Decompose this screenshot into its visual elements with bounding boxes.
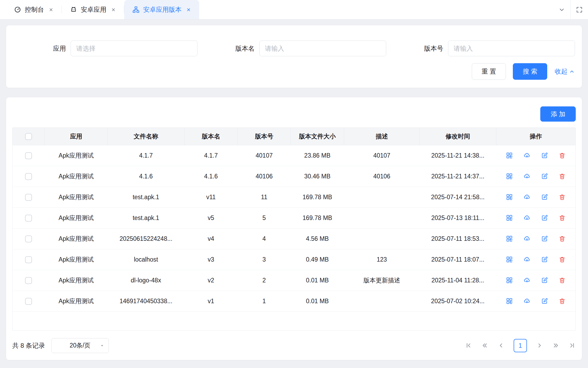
qrcode-icon[interactable] <box>506 173 513 180</box>
row-checkbox[interactable] <box>25 152 32 159</box>
table-row: Apk应用测试test.apk.1v55169.78 MB2025-07-13 … <box>13 207 575 228</box>
cell-app: Apk应用测试 <box>45 228 108 249</box>
select-all-checkbox[interactable] <box>25 133 32 140</box>
qrcode-icon[interactable] <box>506 298 513 305</box>
row-checkbox[interactable] <box>25 215 32 222</box>
cell-version-name: 4.1.7 <box>184 145 238 166</box>
row-checkbox[interactable] <box>25 256 32 263</box>
next-page-button[interactable] <box>536 342 543 349</box>
qrcode-icon[interactable] <box>506 194 513 201</box>
delete-icon[interactable] <box>559 298 566 305</box>
edit-icon[interactable] <box>541 277 548 284</box>
tab-label: 安卓应用 <box>81 5 106 14</box>
cell-modified-time: 2025-07-11 18:07... <box>420 249 496 270</box>
row-checkbox[interactable] <box>25 173 32 180</box>
pagination: 共 8 条记录 20条/页 1 <box>12 338 576 353</box>
tab-close-icon[interactable] <box>186 7 191 12</box>
select-all-cell <box>13 128 45 145</box>
delete-icon[interactable] <box>559 194 566 201</box>
cell-description <box>344 228 420 249</box>
app-select[interactable]: 请选择 <box>71 41 198 56</box>
qrcode-icon[interactable] <box>506 256 513 263</box>
edit-icon[interactable] <box>541 173 548 180</box>
column-header: 版本号 <box>238 128 291 145</box>
cloud-download-icon[interactable] <box>523 173 530 180</box>
first-page-button[interactable] <box>465 342 472 349</box>
qrcode-icon[interactable] <box>506 152 513 159</box>
column-header: 版本文件大小 <box>291 128 344 145</box>
table-header-row: 应用文件名称版本名版本号版本文件大小描述修改时间操作 <box>13 128 575 145</box>
caret-down-icon <box>99 343 105 348</box>
cell-file-size: 23.86 MB <box>291 145 344 166</box>
cloud-download-icon[interactable] <box>523 277 530 284</box>
tab-actions-chevron-down-icon[interactable] <box>553 0 570 19</box>
reset-button[interactable]: 重 置 <box>472 63 506 80</box>
tab-1[interactable]: 控制台 <box>6 0 62 19</box>
collapse-toggle[interactable]: 收起 <box>555 67 575 76</box>
cell-file-name: 4.1.7 <box>108 145 184 166</box>
last-page-button[interactable] <box>569 342 576 349</box>
edit-icon[interactable] <box>541 214 548 221</box>
delete-icon[interactable] <box>559 152 566 159</box>
delete-icon[interactable] <box>559 214 566 221</box>
edit-icon[interactable] <box>541 298 548 305</box>
next-group-button[interactable] <box>552 342 559 349</box>
cloud-download-icon[interactable] <box>523 214 530 221</box>
tab-close-icon[interactable] <box>49 7 54 12</box>
cell-app: Apk应用测试 <box>45 207 108 228</box>
cell-actions <box>496 228 575 249</box>
tabbar-tools <box>553 0 588 19</box>
prev-group-button[interactable] <box>481 342 488 349</box>
row-select-cell <box>13 249 45 270</box>
cloud-download-icon[interactable] <box>523 152 530 159</box>
cell-version-code: 11 <box>238 187 291 207</box>
pagination-left: 共 8 条记录 20条/页 <box>12 338 109 353</box>
cell-app: Apk应用测试 <box>45 249 108 270</box>
cell-app: Apk应用测试 <box>45 270 108 291</box>
column-header: 描述 <box>344 128 420 145</box>
search-button[interactable]: 搜 索 <box>513 63 547 80</box>
tab-close-icon[interactable] <box>111 7 116 12</box>
page-size-select[interactable]: 20条/页 <box>51 338 109 353</box>
column-header: 版本名 <box>184 128 238 145</box>
page-size-label: 20条/页 <box>70 341 90 350</box>
edit-icon[interactable] <box>541 194 548 201</box>
delete-icon[interactable] <box>559 235 566 242</box>
tab-3[interactable]: 安卓应用版本 <box>124 0 199 19</box>
row-select-cell <box>13 166 45 187</box>
edit-icon[interactable] <box>541 235 548 242</box>
cloud-download-icon[interactable] <box>523 235 530 242</box>
cell-modified-time: 2025-11-04 11:28... <box>420 270 496 291</box>
qrcode-icon[interactable] <box>506 235 513 242</box>
add-button[interactable]: 添 加 <box>540 106 576 122</box>
app-select-label: 应用 <box>43 44 66 53</box>
qrcode-icon[interactable] <box>506 214 513 221</box>
cloud-download-icon[interactable] <box>523 256 530 263</box>
cell-version-name: v2 <box>184 270 238 291</box>
cell-file-name: localhost <box>108 249 184 270</box>
edit-icon[interactable] <box>541 256 548 263</box>
row-checkbox[interactable] <box>25 235 32 242</box>
cloud-download-icon[interactable] <box>523 194 530 201</box>
page-number-current[interactable]: 1 <box>514 339 527 352</box>
delete-icon[interactable] <box>559 173 566 180</box>
cloud-download-icon[interactable] <box>523 298 530 305</box>
cell-modified-time: 2025-11-21 14:38... <box>420 145 496 166</box>
delete-icon[interactable] <box>559 256 566 263</box>
version-name-input[interactable] <box>259 41 386 56</box>
version-code-input[interactable] <box>448 41 575 56</box>
delete-icon[interactable] <box>559 277 566 284</box>
cell-actions <box>496 291 575 311</box>
row-checkbox[interactable] <box>25 194 32 201</box>
cell-version-code: 2 <box>238 270 291 291</box>
cell-file-size: 0.49 MB <box>291 249 344 270</box>
tab-2[interactable]: 安卓应用 <box>62 0 124 19</box>
edit-icon[interactable] <box>541 152 548 159</box>
prev-page-button[interactable] <box>497 342 505 349</box>
qrcode-icon[interactable] <box>506 277 513 284</box>
row-checkbox[interactable] <box>25 298 32 305</box>
fullscreen-icon[interactable] <box>570 0 588 19</box>
cell-file-name: 4.1.6 <box>108 166 184 187</box>
cell-description: 40106 <box>344 166 420 187</box>
row-checkbox[interactable] <box>25 277 32 284</box>
